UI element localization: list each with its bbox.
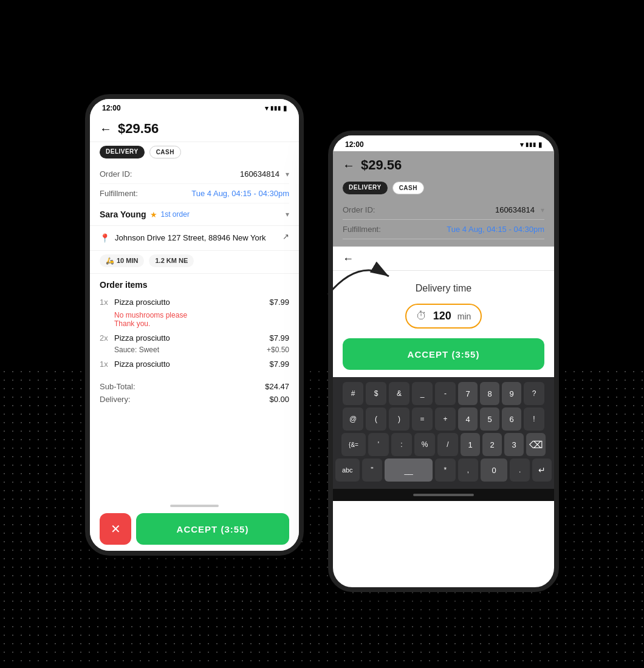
key-percent[interactable]: % bbox=[414, 433, 435, 456]
accept-button-2[interactable]: ACCEPT (3:55) bbox=[343, 338, 544, 370]
keyboard-row-2: @ ( ) = + 4 5 6 ! bbox=[335, 407, 552, 431]
delivery-row: Delivery: $0.00 bbox=[100, 393, 289, 406]
customer-info: Sara Young ★ 1st order bbox=[100, 210, 190, 219]
order-items-title: Order items bbox=[100, 280, 289, 290]
key-7[interactable]: 7 bbox=[458, 382, 478, 405]
keyboard-row-4: abc " __ * , 0 . ↵ bbox=[335, 458, 552, 482]
order-items-section: Order items 1x Pizza prosciutto $7.99 No… bbox=[90, 274, 299, 375]
address-text: Johnson Drive 127 Street, 88946 New York bbox=[115, 232, 278, 244]
key-underscore[interactable]: _ bbox=[412, 382, 433, 405]
order-item-3: 1x Pizza prosciutto $7.99 bbox=[100, 356, 289, 372]
subtotal-label: Sub-Total: bbox=[100, 382, 135, 391]
item-modifier-2: Sauce: Sweet bbox=[114, 346, 159, 354]
phone1-content: ← $29.56 DELIVERY CASH Order ID: 1606348… bbox=[90, 115, 299, 546]
key-symbols[interactable]: {&= bbox=[341, 433, 366, 456]
key-exclaim[interactable]: ! bbox=[524, 407, 544, 431]
order-item-1: 1x Pizza prosciutto $7.99 bbox=[100, 295, 289, 310]
order-header-2: ← $29.56 bbox=[333, 151, 554, 178]
bottom-bar-1: ✕ ACCEPT (3:55) bbox=[90, 507, 299, 546]
pin-icon: 📍 bbox=[100, 233, 110, 243]
order-id-value-2: 160634814 bbox=[495, 205, 535, 214]
key-question[interactable]: ? bbox=[524, 382, 544, 405]
time-2: 12:00 bbox=[345, 140, 364, 149]
order-details-1: Order ID: 160634814 ▾ Fulfillment: Tue 4… bbox=[90, 165, 299, 203]
order-total-2: $29.56 bbox=[361, 157, 402, 173]
address-tags: 🛵 10 MIN 1.2 KM NE bbox=[90, 251, 299, 274]
key-slash[interactable]: / bbox=[437, 433, 458, 456]
fulfillment-label: Fulfillment: bbox=[100, 189, 138, 198]
address-section: 📍 Johnson Drive 127 Street, 88946 New Yo… bbox=[90, 226, 299, 251]
status-bar-2: 12:00 ▾ ▮▮▮ ▮ bbox=[333, 135, 554, 151]
key-lparen[interactable]: ( bbox=[366, 407, 386, 431]
item-price-1: $7.99 bbox=[269, 298, 289, 307]
key-5[interactable]: 5 bbox=[480, 407, 499, 431]
item-price-2: $7.99 bbox=[269, 333, 289, 343]
key-space[interactable]: __ bbox=[385, 458, 433, 482]
order-summary: Sub-Total: $24.47 Delivery: $0.00 bbox=[90, 375, 299, 411]
star-icon: ★ bbox=[150, 210, 157, 219]
external-link-icon[interactable]: ↗ bbox=[283, 232, 289, 241]
key-8[interactable]: 8 bbox=[480, 382, 499, 405]
item-price-3: $7.99 bbox=[269, 360, 289, 369]
key-dquote[interactable]: " bbox=[362, 458, 383, 482]
key-3[interactable]: 3 bbox=[504, 433, 524, 456]
timer-input[interactable]: ⏱ 120 min bbox=[405, 304, 482, 329]
key-rparen[interactable]: ) bbox=[389, 407, 409, 431]
order-id-label: Order ID: bbox=[100, 169, 132, 179]
key-enter[interactable]: ↵ bbox=[532, 458, 552, 482]
badges-1: DELIVERY CASH bbox=[90, 142, 299, 165]
signal-icon: ▮▮▮ bbox=[270, 105, 281, 111]
key-abc[interactable]: abc bbox=[335, 458, 360, 482]
key-delete[interactable]: ⌫ bbox=[526, 433, 546, 456]
key-plus[interactable]: + bbox=[435, 407, 456, 431]
order-item-2: 2x Pizza prosciutto $7.99 bbox=[100, 330, 289, 346]
back-button-1[interactable]: ← bbox=[100, 122, 112, 136]
wifi-icon-2: ▾ bbox=[520, 141, 524, 149]
accept-button-1[interactable]: ACCEPT (3:55) bbox=[136, 513, 289, 545]
key-1[interactable]: 1 bbox=[461, 433, 480, 456]
reject-button[interactable]: ✕ bbox=[100, 513, 131, 545]
key-quote[interactable]: ' bbox=[368, 433, 389, 456]
key-0[interactable]: 0 bbox=[481, 458, 507, 482]
key-period[interactable]: . bbox=[510, 458, 530, 482]
back-button-2[interactable]: ← bbox=[343, 158, 355, 172]
status-bar-1: 12:00 ▾ ▮▮▮ ▮ bbox=[90, 99, 299, 115]
customer-section: Sara Young ★ 1st order ▾ bbox=[90, 203, 299, 226]
key-dash[interactable]: - bbox=[435, 382, 456, 405]
key-ampersand[interactable]: & bbox=[389, 382, 409, 405]
key-dollar[interactable]: $ bbox=[366, 382, 386, 405]
delivery-badge-2: DELIVERY bbox=[343, 182, 388, 194]
item-note-1: No mushrooms pleaseThank you. bbox=[100, 310, 289, 330]
fulfillment-row-2: Fulfillment: Tue 4 Aug, 04:15 - 04:30pm bbox=[343, 220, 544, 239]
timer-icon: ⏱ bbox=[416, 310, 427, 322]
keyboard-row-3: {&= ' : % / 1 2 3 ⌫ bbox=[335, 433, 552, 456]
timer-value: 120 bbox=[433, 310, 451, 322]
dropdown-arrow-1: ▾ bbox=[286, 170, 289, 179]
cash-badge-1: CASH bbox=[149, 146, 181, 158]
phone-2: 12:00 ▾ ▮▮▮ ▮ ← $29.56 DELIVERY CASH bbox=[328, 131, 559, 592]
subtotal-value: $24.47 bbox=[265, 382, 289, 391]
key-star[interactable]: * bbox=[435, 458, 456, 482]
item-modifier-price-2: +$0.50 bbox=[267, 346, 289, 354]
dropdown-arrow-2: ▾ bbox=[541, 206, 544, 214]
status-icons-1: ▾ ▮▮▮ ▮ bbox=[265, 104, 287, 112]
key-at[interactable]: @ bbox=[343, 407, 363, 431]
order-id-row: Order ID: 160634814 ▾ bbox=[100, 165, 289, 184]
key-6[interactable]: 6 bbox=[502, 407, 521, 431]
order-id-row-2: Order ID: 160634814 ▾ bbox=[343, 200, 544, 220]
key-comma[interactable]: , bbox=[458, 458, 479, 482]
item-name-2: Pizza prosciutto bbox=[114, 333, 269, 343]
order-header-1: ← $29.56 bbox=[90, 115, 299, 142]
key-4[interactable]: 4 bbox=[458, 407, 478, 431]
timer-unit: min bbox=[457, 312, 471, 321]
signal-icon-2: ▮▮▮ bbox=[526, 141, 536, 148]
keyboard: # $ & _ - 7 8 9 ? @ ( ) = + 4 bbox=[333, 377, 554, 489]
battery-icon-2: ▮ bbox=[538, 141, 542, 149]
key-hash[interactable]: # bbox=[343, 382, 363, 405]
distance-tag: 1.2 KM NE bbox=[149, 254, 194, 267]
key-colon[interactable]: : bbox=[391, 433, 412, 456]
key-equals[interactable]: = bbox=[412, 407, 433, 431]
key-2[interactable]: 2 bbox=[482, 433, 502, 456]
fulfillment-value: Tue 4 Aug, 04:15 - 04:30pm bbox=[191, 189, 289, 198]
key-9[interactable]: 9 bbox=[502, 382, 521, 405]
